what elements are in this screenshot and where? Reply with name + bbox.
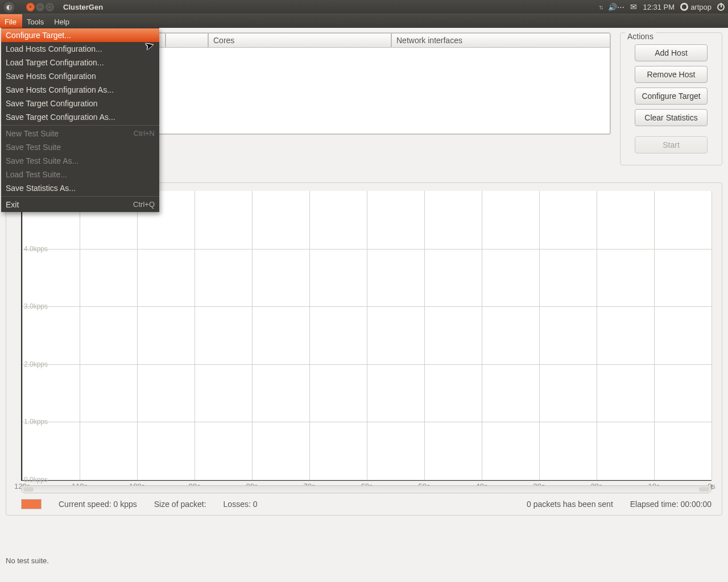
file-menu-item-exit[interactable]: ExitCtrl+Q: [1, 198, 159, 211]
file-menu-item-load-target-configuration[interactable]: Load Target Configuration...: [1, 56, 159, 69]
menu-item-label: New Test Suite: [6, 128, 59, 139]
table-header-col1[interactable]: [166, 33, 208, 48]
window-close-icon[interactable]: ×: [26, 3, 35, 11]
file-menu-item-load-test-suite: Load Test Suite...: [1, 168, 159, 181]
file-menu-item-save-hosts-configuration[interactable]: Save Hosts Configuration: [1, 69, 159, 83]
file-menu-item-configure-target[interactable]: Configure Target...: [1, 28, 159, 42]
window-minimize-icon[interactable]: –: [36, 3, 44, 11]
status-text: No test suite.: [6, 556, 49, 565]
y-tick-label: 4.0kpps: [24, 245, 48, 253]
window-controls: × – ▢: [26, 3, 54, 11]
menu-item-label: Save Statistics As...: [6, 183, 76, 193]
system-tray: ↑↓ 🔊⋯ ✉ 12:31 PM artpop: [598, 2, 725, 11]
configure-target-button[interactable]: Configure Target: [635, 88, 708, 105]
user-menu[interactable]: artpop: [680, 3, 712, 11]
menu-item-label: Save Hosts Configuration As...: [6, 85, 114, 95]
menu-item-label: Load Test Suite...: [6, 169, 67, 180]
speed-series-swatch-icon: [21, 499, 42, 509]
app-menubar: File Tools Help: [0, 14, 728, 28]
elapsed-time: Elapsed time: 00:00:00: [630, 500, 712, 509]
packets-sent: 0 packets has been sent: [527, 500, 613, 509]
ubuntu-logo-icon[interactable]: ◐: [2, 0, 16, 14]
packet-size: Size of packet:: [154, 500, 206, 509]
menu-separator: [1, 196, 159, 197]
user-name: artpop: [690, 3, 712, 11]
menu-separator: [1, 125, 159, 126]
speed-chart: t 0.0kpps1.0kpps2.0kpps3.0kpps4.0kpps120…: [21, 191, 712, 481]
losses: Losses: 0: [224, 500, 258, 509]
status-bar: No test suite.: [0, 554, 728, 582]
menu-file[interactable]: File: [0, 14, 22, 28]
menu-item-label: Load Target Configuration...: [6, 57, 104, 68]
window-maximize-icon[interactable]: ▢: [46, 3, 54, 11]
mail-icon[interactable]: ✉: [630, 2, 637, 11]
clear-statistics-button[interactable]: Clear Statistics: [635, 109, 708, 126]
file-menu-item-save-test-suite: Save Test Suite: [1, 140, 159, 154]
table-header-cores[interactable]: Cores: [208, 33, 391, 48]
menu-item-label: Exit: [6, 199, 19, 210]
remove-host-button[interactable]: Remove Host: [635, 66, 708, 83]
menu-item-label: Save Target Configuration: [6, 98, 98, 109]
chart-scrollbar[interactable]: [21, 485, 712, 493]
file-menu-item-save-statistics-as[interactable]: Save Statistics As...: [1, 181, 159, 195]
user-gear-icon: [680, 3, 688, 11]
volume-icon[interactable]: 🔊⋯: [608, 3, 624, 11]
current-speed: Current speed: 0 kpps: [59, 500, 137, 509]
y-tick-label: 2.0kpps: [24, 360, 48, 368]
add-host-button[interactable]: Add Host: [635, 44, 708, 61]
menu-tools[interactable]: Tools: [22, 14, 49, 28]
menu-item-shortcut: Ctrl+N: [134, 128, 155, 139]
menu-item-label: Save Test Suite: [6, 142, 61, 152]
menu-item-label: Configure Target...: [6, 30, 71, 40]
file-menu-item-save-test-suite-as: Save Test Suite As...: [1, 154, 159, 168]
file-menu-item-save-target-configuration[interactable]: Save Target Configuration: [1, 97, 159, 110]
y-tick-label: 1.0kpps: [24, 418, 48, 426]
file-menu-item-new-test-suite: New Test SuiteCtrl+N: [1, 127, 159, 140]
actions-panel: Actions Add Host Remove Host Configure T…: [620, 32, 722, 165]
panel-clock[interactable]: 12:31 PM: [643, 3, 675, 11]
power-icon[interactable]: [717, 3, 725, 11]
file-menu-item-load-hosts-configuration[interactable]: Load Hosts Configuration...: [1, 42, 159, 56]
menu-item-label: Save Target Configuration As...: [6, 112, 115, 122]
file-menu-item-save-target-configuration-as[interactable]: Save Target Configuration As...: [1, 110, 159, 124]
network-icon[interactable]: ↑↓: [598, 3, 602, 10]
ubuntu-top-panel: ◐ × – ▢ ClusterGen ↑↓ 🔊⋯ ✉ 12:31 PM artp…: [0, 0, 728, 14]
menu-help[interactable]: Help: [49, 14, 75, 28]
file-menu-dropdown: Configure Target...Load Hosts Configurat…: [1, 28, 159, 212]
stats-row: Current speed: 0 kpps Size of packet: Lo…: [12, 493, 716, 512]
y-tick-label: 3.0kpps: [24, 302, 48, 310]
menu-item-label: Save Hosts Configuration: [6, 71, 96, 81]
menu-item-label: Save Test Suite As...: [6, 156, 78, 166]
app-title: ClusterGen: [63, 3, 103, 11]
table-header-network[interactable]: Network interfaces: [391, 33, 610, 48]
menu-item-label: Load Hosts Configuration...: [6, 44, 102, 54]
menu-item-shortcut: Ctrl+Q: [133, 199, 155, 210]
start-button[interactable]: Start: [635, 136, 708, 153]
file-menu-item-save-hosts-configuration-as[interactable]: Save Hosts Configuration As...: [1, 83, 159, 97]
chart-panel: t 0.0kpps1.0kpps2.0kpps3.0kpps4.0kpps120…: [6, 182, 722, 516]
actions-title: Actions: [625, 32, 656, 41]
